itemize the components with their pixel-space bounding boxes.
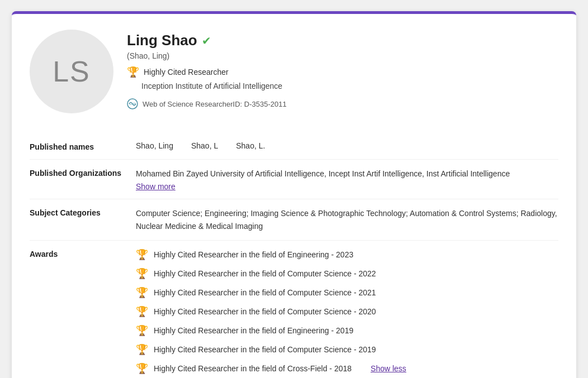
pub-name-1: Shao, Ling xyxy=(136,141,173,150)
awards-row: Awards 🏆 Highly Cited Researcher in the … xyxy=(30,241,558,378)
pub-name-2: Shao, L xyxy=(191,141,218,150)
awards-label: Awards xyxy=(30,248,136,259)
badge-label: Highly Cited Researcher xyxy=(144,68,229,76)
show-less-link[interactable]: Show less xyxy=(371,364,406,373)
subject-text: Computer Science; Engineering; Imaging S… xyxy=(136,207,558,232)
published-orgs-label: Published Organizations xyxy=(30,168,136,178)
award-text-1: Highly Cited Researcher in the field of … xyxy=(154,250,353,259)
published-orgs-content: Mohamed Bin Zayed University of Artifici… xyxy=(136,168,558,191)
subject-categories-row: Subject Categories Computer Science; Eng… xyxy=(30,199,558,241)
org-text: Mohamed Bin Zayed University of Artifici… xyxy=(136,168,558,180)
published-names-row: Published names Shao, Ling Shao, L Shao,… xyxy=(30,133,558,160)
profile-name: Ling Shao xyxy=(127,32,197,49)
verified-icon: ✔ xyxy=(202,34,211,47)
award-item-5: 🏆 Highly Cited Researcher in the field o… xyxy=(136,324,558,337)
award-text-2: Highly Cited Researcher in the field of … xyxy=(154,269,376,278)
profile-info: Ling Shao ✔ (Shao, Ling) 🏆 Highly Cited … xyxy=(127,30,558,109)
awards-list: 🏆 Highly Cited Researcher in the field o… xyxy=(136,248,558,375)
award-item-4: 🏆 Highly Cited Researcher in the field o… xyxy=(136,305,558,318)
published-orgs-row: Published Organizations Mohamed Bin Zaye… xyxy=(30,160,558,199)
avatar: LS xyxy=(30,30,113,113)
wos-id-text: Web of Science ResearcherID: D-3535-2011 xyxy=(143,100,287,108)
award-item-2: 🏆 Highly Cited Researcher in the field o… xyxy=(136,267,558,280)
wos-logo-icon xyxy=(127,98,138,109)
award-text-5: Highly Cited Researcher in the field of … xyxy=(154,326,353,335)
name-row: Ling Shao ✔ xyxy=(127,32,558,49)
awards-content: 🏆 Highly Cited Researcher in the field o… xyxy=(136,248,558,375)
award-text-4: Highly Cited Researcher in the field of … xyxy=(154,307,376,316)
institution-row: Inception Institute of Artificial Intell… xyxy=(127,82,558,90)
subject-categories-label: Subject Categories xyxy=(30,207,136,217)
published-names-content: Shao, Ling Shao, L Shao, L. xyxy=(136,141,558,150)
profile-alt-name: (Shao, Ling) xyxy=(127,51,558,60)
avatar-initials: LS xyxy=(53,55,91,88)
award-item-1: 🏆 Highly Cited Researcher in the field o… xyxy=(136,248,558,261)
award-text-3: Highly Cited Researcher in the field of … xyxy=(154,288,376,297)
trophy-icon-2: 🏆 xyxy=(136,267,148,280)
badge-row: 🏆 Highly Cited Researcher xyxy=(127,66,558,78)
award-item-3: 🏆 Highly Cited Researcher in the field o… xyxy=(136,286,558,299)
profile-header: LS Ling Shao ✔ (Shao, Ling) 🏆 Highly Cit… xyxy=(12,14,576,125)
trophy-icon: 🏆 xyxy=(127,66,139,78)
published-names-list: Shao, Ling Shao, L Shao, L. xyxy=(136,141,558,150)
published-names-label: Published names xyxy=(30,141,136,151)
trophy-icon-1: 🏆 xyxy=(136,248,148,261)
award-item-7: 🏆 Highly Cited Researcher in the field o… xyxy=(136,362,558,375)
trophy-icon-7: 🏆 xyxy=(136,362,148,375)
trophy-icon-5: 🏆 xyxy=(136,324,148,337)
trophy-icon-3: 🏆 xyxy=(136,286,148,299)
profile-card: LS Ling Shao ✔ (Shao, Ling) 🏆 Highly Cit… xyxy=(12,11,576,378)
trophy-icon-6: 🏆 xyxy=(136,343,148,356)
wos-row: Web of Science ResearcherID: D-3535-2011 xyxy=(127,98,558,109)
details-section: Published names Shao, Ling Shao, L Shao,… xyxy=(12,125,576,378)
trophy-icon-4: 🏆 xyxy=(136,305,148,318)
subject-categories-content: Computer Science; Engineering; Imaging S… xyxy=(136,207,558,232)
pub-name-3: Shao, L. xyxy=(236,141,265,150)
award-text-7: Highly Cited Researcher in the field of … xyxy=(154,364,352,373)
award-item-6: 🏆 Highly Cited Researcher in the field o… xyxy=(136,343,558,356)
show-more-link[interactable]: Show more xyxy=(136,182,176,191)
award-text-6: Highly Cited Researcher in the field of … xyxy=(154,345,376,354)
